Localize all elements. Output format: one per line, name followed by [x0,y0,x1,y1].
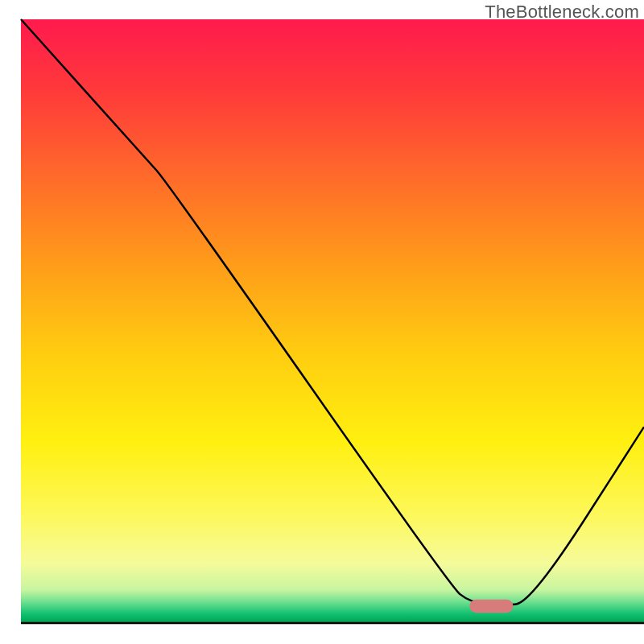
optimum-marker [469,600,513,613]
chart-gradient-background [21,19,644,623]
bottleneck-chart [0,0,644,644]
watermark-text: TheBottleneck.com [485,2,639,23]
